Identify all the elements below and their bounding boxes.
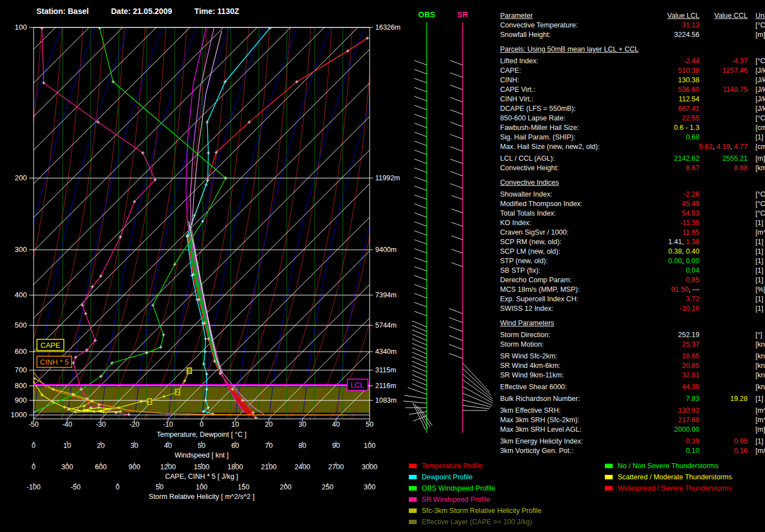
parameter-value: 4.77: [734, 143, 748, 151]
wind-barb: [414, 60, 427, 65]
km-marker-label: 2: [176, 389, 179, 395]
lcl-box-label: LCL: [351, 381, 364, 389]
parameter-row: SR Wind 9km-11km:32.81[knt] HP: [500, 371, 765, 380]
parameter-unit: [°C]: [748, 209, 765, 218]
profile-legend-item: Dewpoint Profile: [409, 472, 542, 483]
wind-barb: [450, 134, 463, 139]
parameter-unit: [J/kg]: [748, 66, 765, 76]
parameter-unit: [°C]: [748, 114, 765, 123]
legend-swatch: [605, 464, 613, 468]
dewpoint-marker: [206, 120, 209, 124]
x-axis-tick-label: 250: [322, 483, 334, 491]
parameter-value: 0.85: [686, 276, 699, 284]
parameter-unit: [1]: [748, 394, 765, 404]
parameter-unit: [%]: [748, 285, 765, 295]
parameter-row: 850-600 Lapse Rate:22.55[°C]: [500, 114, 765, 123]
altitude-label: 2116m: [375, 382, 396, 390]
profile-legend-item: SR Windspeed Profile: [409, 494, 542, 505]
parameter-unit: [knt]: [748, 340, 765, 349]
isotherm-diagonal-line: [101, 27, 492, 419]
parameter-row: Exp. Supercell Index CH:3.72[1]: [500, 295, 765, 304]
obs-column-label: OBS: [418, 10, 435, 19]
x-axis-tick-label: 100: [364, 442, 376, 450]
parameter-unit: [°]: [748, 330, 765, 340]
wind-barb: [449, 335, 463, 340]
pressure-tick-label: 700: [15, 366, 27, 374]
parameter-row: MCS 18m/s (MMP, MSP):91.50, ---[%]: [500, 285, 765, 295]
parameter-unit: [1]: [748, 256, 765, 266]
wind-barb: [449, 326, 463, 332]
mixing-ratio-line: [302, 27, 398, 419]
x-axis-tick-label: 2400: [295, 463, 310, 471]
parameter-value-ccl: 0.95: [699, 437, 748, 446]
legend-swatch: [409, 475, 417, 479]
parameter-unit: [knt]: [748, 382, 765, 392]
parameter-value: 1.41: [668, 238, 682, 246]
moist-adiabat-line: [102, 27, 186, 419]
parameter-value-lcl: 31.13: [635, 21, 699, 30]
legend-swatch: [409, 464, 417, 468]
parameter-value: ,: [682, 257, 686, 265]
parameter-row: LCL / CCL (AGL):2142.622555.21[m]: [500, 154, 765, 164]
parameter-label: Showalter Index:: [500, 190, 635, 199]
parameter-label: SR Wind 4km-6km:: [500, 361, 635, 371]
parameter-value-lcl: 32.81: [635, 371, 699, 380]
x-axis-tick-label: 300: [62, 463, 73, 471]
legend-label: No / Non Severe Thunderstorms: [618, 460, 719, 472]
wind-barb: [414, 69, 427, 74]
wind-barb: [450, 60, 463, 65]
moist-adiabat-line: [0, 27, 21, 419]
wind-barb: [449, 353, 463, 358]
legend-swatch: [605, 475, 613, 479]
wind-barb: [414, 195, 427, 199]
parameter-value: 217.68: [678, 416, 699, 424]
x-axis-tick-label: 50: [366, 421, 374, 428]
parameter-label: MCS 18m/s (MMP, MSP):: [500, 285, 635, 295]
profile-legend-item: Effective Layer (CAPE >= 100 J/kg): [409, 516, 542, 528]
parameter-value: 252.19: [678, 331, 699, 339]
legend-label: OBS Windspeed Profile: [422, 483, 495, 494]
parameter-row: Max. Hail Size (new, new2, old):5.62, 4.…: [500, 142, 765, 152]
profile-legend-item: Sfc-3km Storm Relative Helicity Profile: [409, 505, 542, 516]
pressure-tick-label: 600: [15, 347, 27, 356]
parameter-value: 7.83: [686, 395, 699, 403]
altitude-label: 4340m: [375, 348, 397, 356]
parameter-value-ccl: -4.37: [699, 57, 748, 66]
legend-swatch: [409, 508, 417, 513]
severity-legend: No / Non Severe ThunderstormsScattered /…: [605, 460, 732, 494]
isotherm-diagonal-line: [269, 27, 498, 419]
moist-adiabat-line: [0, 27, 41, 419]
sr-windspeed-marker: [40, 26, 44, 30]
moist-adiabat-line: [82, 27, 166, 419]
parameter-unit: [1]: [748, 304, 765, 314]
parameter-row: CINH Virt.:112.54[J/kg]: [500, 95, 765, 104]
parameter-row: 3km Energy Helicity Index:0.390.95[1]: [500, 437, 765, 446]
parameter-row: Max 3km SRH Level AGL:2000.00[m]: [500, 425, 765, 435]
wind-barb: [451, 209, 463, 213]
parameter-value-ccl: 1148.75: [699, 85, 748, 95]
wind-barb: [451, 263, 463, 267]
altitude-label: 16326m: [375, 24, 400, 31]
wind-barb: [451, 222, 463, 226]
x-axis-tick-label: 200: [280, 483, 292, 491]
parameter-row: Derecho Comp Param:0.85[1]: [500, 276, 765, 285]
parameter-unit: [1]: [748, 218, 765, 228]
parameter-value-lcl: 45.49: [635, 199, 699, 209]
parameter-value: ---: [693, 286, 700, 293]
parameter-value: 2000.00: [674, 426, 699, 433]
isotherm-diagonal-line: [336, 27, 498, 419]
x-axis-tick-label: 1500: [194, 463, 209, 471]
x-axis-tick-label: -50: [71, 483, 81, 491]
parameter-value-lcl: 25.37: [635, 340, 699, 349]
parameter-value: 0.00: [686, 257, 699, 265]
mixing-ratio-line: [470, 27, 498, 419]
sr-windspeed-marker: [127, 413, 130, 416]
x-axis-tick-label: -20: [129, 421, 139, 428]
parameter-unit: [m^2/s^2]: [748, 406, 765, 416]
parameter-value-ccl: 8.88: [699, 164, 748, 173]
parameter-row: SB STP (fix):0.04[1]: [500, 266, 765, 276]
parameter-label: Max 3km SRH Level AGL:: [500, 425, 635, 435]
isotherm-diagonal-line: [34, 27, 425, 419]
parameter-value-lcl: 2142.62: [635, 154, 699, 164]
sr-windspeed-marker: [84, 312, 87, 315]
